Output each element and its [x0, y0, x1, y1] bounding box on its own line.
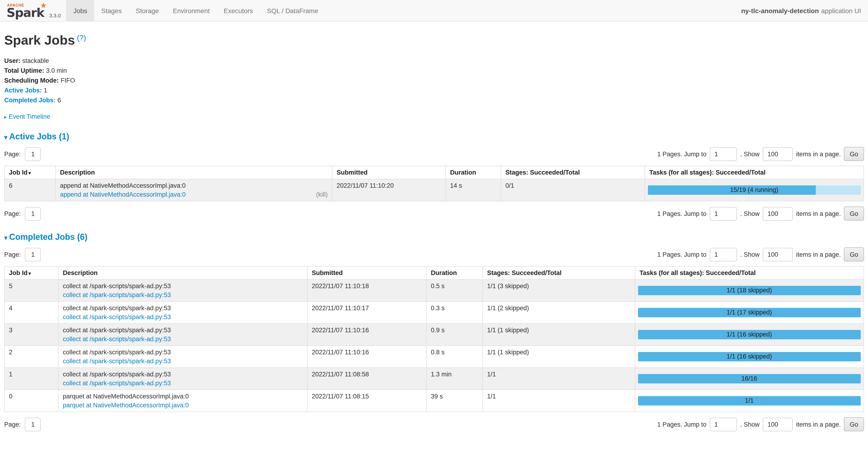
- nav-tab-sql-dataframe[interactable]: SQL / DataFrame: [260, 0, 325, 21]
- job-description-link[interactable]: collect at /spark-scripts/spark-ad.py:53: [63, 291, 171, 298]
- submitted-cell: 2022/11/07 11:10:17: [307, 302, 426, 323]
- job-description: collect at /spark-scripts/spark-ad.py:53: [63, 305, 303, 312]
- job-description: collect at /spark-scripts/spark-ad.py:53: [63, 283, 303, 290]
- apache-logo-text: APACHE: [7, 3, 24, 7]
- duration-cell: 14 s: [445, 179, 501, 201]
- job-id-cell: 5: [4, 280, 58, 302]
- user-info: User:stackable: [4, 56, 864, 66]
- summary-info: User:stackable Total Uptime:3.0 min Sche…: [4, 56, 864, 105]
- tasks-cell: 1/1 (17 skipped): [635, 302, 864, 323]
- submitted-cell: 2022/11/07 11:10:18: [307, 280, 426, 302]
- spark-version: 3.3.0: [49, 13, 61, 18]
- completed-jobs-link[interactable]: Completed Jobs:: [4, 97, 56, 104]
- scheduling-mode-info: Scheduling Mode:FIFO: [4, 76, 864, 85]
- column-header-tasks[interactable]: Tasks (for all stages): Succeeded/Total: [645, 166, 864, 179]
- collapse-down-icon: ▾: [4, 234, 7, 241]
- table-row: 6 append at NativeMethodAccessorImpl.jav…: [4, 179, 864, 201]
- star-icon: ★: [40, 1, 47, 10]
- column-header-tasks[interactable]: Tasks (for all stages): Succeeded/Total: [635, 266, 864, 280]
- column-header-job-id[interactable]: Job Id▾: [4, 266, 58, 280]
- event-timeline-toggle[interactable]: ▸Event Timeline: [4, 113, 864, 120]
- table-row: 3 collect at /spark-scripts/spark-ad.py:…: [4, 323, 864, 346]
- column-header-submitted[interactable]: Submitted: [307, 266, 426, 280]
- page-number-input[interactable]: [25, 207, 41, 220]
- jump-to-input[interactable]: [710, 147, 737, 161]
- jump-to-input[interactable]: [710, 248, 737, 261]
- submitted-cell: 2022/11/07 11:08:15: [307, 390, 426, 412]
- pagination-completed-bottom: Page: 1 Pages. Jump to . Show items in a…: [4, 417, 864, 431]
- active-jobs-link[interactable]: Active Jobs:: [4, 87, 42, 94]
- description-cell: append at NativeMethodAccessorImpl.java:…: [56, 179, 332, 201]
- jump-to-input[interactable]: [710, 207, 737, 220]
- column-header-submitted[interactable]: Submitted: [332, 166, 445, 179]
- nav-tab-storage[interactable]: Storage: [129, 0, 166, 21]
- go-button[interactable]: Go: [844, 247, 864, 261]
- description-cell: parquet at NativeMethodAccessorImpl.java…: [58, 390, 307, 412]
- description-cell: collect at /spark-scripts/spark-ad.py:53…: [58, 280, 307, 302]
- stages-cell: 1/1 (1 skipped): [483, 346, 635, 368]
- stages-cell: 1/1 (3 skipped): [483, 280, 635, 302]
- description-cell: collect at /spark-scripts/spark-ad.py:53…: [58, 368, 307, 390]
- table-row: 1 collect at /spark-scripts/spark-ad.py:…: [4, 368, 864, 390]
- uptime-info: Total Uptime:3.0 min: [4, 66, 864, 76]
- job-description-link[interactable]: parquet at NativeMethodAccessorImpl.java…: [63, 402, 189, 409]
- spark-logo[interactable]: APACHE ★ Spark: [3, 0, 47, 21]
- submitted-cell: 2022/11/07 11:10:16: [307, 346, 426, 368]
- page-number-input[interactable]: [25, 248, 41, 261]
- main-content: Spark Jobs(?) User:stackable Total Uptim…: [0, 33, 868, 445]
- job-description-link[interactable]: collect at /spark-scripts/spark-ad.py:53: [63, 380, 171, 387]
- job-description-link[interactable]: collect at /spark-scripts/spark-ad.py:53: [63, 336, 171, 343]
- tasks-progress-bar: 1/1 (18 skipped): [638, 286, 861, 295]
- column-header-duration[interactable]: Duration: [445, 166, 501, 179]
- job-id-cell: 1: [4, 368, 58, 390]
- go-button[interactable]: Go: [844, 147, 864, 161]
- active-jobs-section-header[interactable]: ▾Active Jobs (1): [4, 132, 864, 142]
- show-items-input[interactable]: [763, 418, 793, 431]
- job-description: parquet at NativeMethodAccessorImpl.java…: [63, 393, 303, 400]
- stages-cell: 1/1: [483, 390, 635, 412]
- show-items-input[interactable]: [763, 147, 793, 161]
- column-header-stages[interactable]: Stages: Succeeded/Total: [501, 166, 645, 179]
- column-header-description[interactable]: Description: [58, 266, 307, 280]
- column-header-description[interactable]: Description: [56, 166, 332, 179]
- tasks-progress-bar: 15/19 (4 running): [648, 186, 861, 195]
- job-description-link[interactable]: collect at /spark-scripts/spark-ad.py:53: [63, 358, 171, 365]
- show-items-input[interactable]: [763, 248, 793, 261]
- job-description-link[interactable]: append at NativeMethodAccessorImpl.java:…: [60, 191, 186, 198]
- job-id-cell: 2: [4, 346, 58, 368]
- jump-to-input[interactable]: [710, 418, 737, 431]
- help-link[interactable]: (?): [77, 34, 86, 42]
- progress-label: 1/1 (16 skipped): [638, 330, 861, 339]
- stages-cell: 1/1 (2 skipped): [483, 302, 635, 323]
- tasks-progress-bar: 1/1 (17 skipped): [638, 308, 861, 317]
- job-description-link[interactable]: collect at /spark-scripts/spark-ad.py:53: [63, 313, 171, 320]
- table-row: 5 collect at /spark-scripts/spark-ad.py:…: [4, 280, 864, 302]
- main-nav: Jobs Stages Storage Environment Executor…: [66, 0, 326, 21]
- nav-tab-jobs[interactable]: Jobs: [66, 0, 94, 21]
- page-number-input[interactable]: [25, 418, 41, 431]
- go-button[interactable]: Go: [844, 206, 864, 221]
- tasks-progress-bar: 1/1 (16 skipped): [638, 330, 861, 339]
- sort-desc-icon: ▾: [29, 170, 31, 175]
- progress-label: 1/1 (17 skipped): [638, 308, 861, 317]
- kill-link[interactable]: (kill): [316, 191, 328, 198]
- completed-jobs-info: Completed Jobs:6: [4, 95, 864, 105]
- page-number-input[interactable]: [25, 147, 41, 161]
- progress-label: 1/1: [638, 396, 861, 405]
- job-id-cell: 4: [4, 302, 58, 323]
- progress-label: 1/1 (16 skipped): [638, 352, 861, 361]
- nav-tab-environment[interactable]: Environment: [166, 0, 217, 21]
- column-header-job-id[interactable]: Job Id▾: [4, 166, 56, 179]
- completed-jobs-section-header[interactable]: ▾Completed Jobs (6): [4, 232, 864, 242]
- duration-cell: 0.3 s: [426, 302, 483, 323]
- go-button[interactable]: Go: [844, 417, 864, 431]
- spark-ui-page: APACHE ★ Spark 3.3.0 Jobs Stages Storage…: [0, 0, 868, 455]
- table-row: 0 parquet at NativeMethodAccessorImpl.ja…: [4, 390, 864, 412]
- column-header-stages[interactable]: Stages: Succeeded/Total: [483, 266, 635, 280]
- nav-tab-executors[interactable]: Executors: [217, 0, 260, 21]
- table-row: 2 collect at /spark-scripts/spark-ad.py:…: [4, 346, 864, 368]
- column-header-duration[interactable]: Duration: [426, 266, 483, 280]
- submitted-cell: 2022/11/07 11:10:20: [332, 179, 445, 201]
- nav-tab-stages[interactable]: Stages: [94, 0, 129, 21]
- show-items-input[interactable]: [763, 207, 793, 220]
